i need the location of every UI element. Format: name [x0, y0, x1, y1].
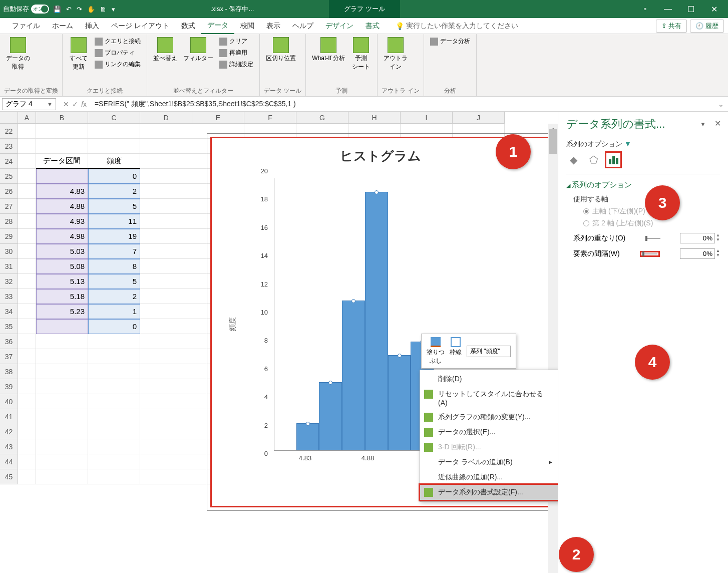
- context-menu[interactable]: 削除(D)リセットしてスタイルに合わせる(A)系列グラフの種類の変更(Y)...…: [420, 370, 558, 502]
- cell[interactable]: [36, 424, 88, 439]
- context-menu-item[interactable]: リセットしてスタイルに合わせる(A): [420, 387, 558, 410]
- cell[interactable]: [88, 364, 140, 379]
- row-header[interactable]: 25: [0, 169, 18, 184]
- cell[interactable]: 頻度: [88, 154, 140, 169]
- cell[interactable]: 4.98: [36, 229, 88, 244]
- row-header[interactable]: 28: [0, 214, 18, 229]
- context-menu-item[interactable]: 削除(D): [420, 372, 558, 387]
- row-header[interactable]: 42: [0, 424, 18, 439]
- cell[interactable]: 7: [88, 244, 140, 259]
- cell[interactable]: [36, 349, 88, 364]
- cell[interactable]: 0: [88, 169, 140, 184]
- y-axis-label[interactable]: 頻度: [228, 317, 237, 331]
- cell[interactable]: [36, 379, 88, 394]
- ribbon-button[interactable]: What-If 分析: [310, 36, 347, 64]
- column-header[interactable]: J: [453, 112, 505, 124]
- row-header[interactable]: 44: [0, 454, 18, 469]
- cell[interactable]: [140, 319, 192, 334]
- cell[interactable]: [18, 169, 36, 184]
- row-header[interactable]: 37: [0, 349, 18, 364]
- vertical-scrollbar[interactable]: ▴: [548, 124, 558, 573]
- cell[interactable]: [18, 364, 36, 379]
- row-header[interactable]: 39: [0, 379, 18, 394]
- cell[interactable]: [140, 379, 192, 394]
- gap-slider[interactable]: [642, 253, 657, 254]
- cancel-formula-icon[interactable]: ✕: [63, 100, 69, 108]
- cell[interactable]: [140, 139, 192, 154]
- series-selector[interactable]: 系列 "頻度": [467, 346, 511, 357]
- tab-書式[interactable]: 書式: [359, 18, 386, 34]
- chart-object[interactable]: ヒストグラム 頻度 02468101214161820 4.834.884.93…: [210, 137, 551, 507]
- row-header[interactable]: 32: [0, 274, 18, 289]
- cell[interactable]: 19: [88, 229, 140, 244]
- ribbon-button[interactable]: データの 取得: [4, 36, 32, 72]
- cell[interactable]: [18, 304, 36, 319]
- cell[interactable]: [140, 199, 192, 214]
- save-icon[interactable]: 💾: [53, 6, 61, 13]
- tab-データ[interactable]: データ: [201, 18, 234, 34]
- redo-icon[interactable]: ↷: [77, 6, 82, 13]
- row-header[interactable]: 45: [0, 469, 18, 484]
- formula-input[interactable]: =SERIES(" 頻度",Sheet1!$B$25:$B$35,Sheet1!…: [92, 100, 714, 109]
- fill-tab-icon[interactable]: ◆: [566, 153, 580, 167]
- tab-表示[interactable]: 表示: [260, 18, 286, 34]
- cell[interactable]: [18, 244, 36, 259]
- cell[interactable]: 5.08: [36, 259, 88, 274]
- column-header[interactable]: D: [140, 112, 192, 124]
- cell[interactable]: [140, 334, 192, 349]
- cell[interactable]: [140, 409, 192, 424]
- expand-formula-icon[interactable]: ⌄: [714, 100, 728, 108]
- row-header[interactable]: 24: [0, 154, 18, 169]
- cell[interactable]: [36, 454, 88, 469]
- cell[interactable]: [18, 454, 36, 469]
- ribbon-button[interactable]: 区切り位置: [264, 36, 298, 64]
- cell[interactable]: 0: [88, 319, 140, 334]
- row-header[interactable]: 26: [0, 184, 18, 199]
- tab-数式[interactable]: 数式: [175, 18, 201, 34]
- cell[interactable]: [140, 154, 192, 169]
- cell[interactable]: [140, 469, 192, 484]
- cell[interactable]: [140, 424, 192, 439]
- cell[interactable]: [88, 379, 140, 394]
- cell[interactable]: [140, 229, 192, 244]
- tab-ファイル[interactable]: ファイル: [6, 18, 46, 34]
- chart-bar[interactable]: [388, 355, 411, 450]
- qat-more-icon[interactable]: ▾: [112, 6, 115, 13]
- cell[interactable]: [18, 214, 36, 229]
- cell[interactable]: [18, 424, 36, 439]
- cell[interactable]: [18, 154, 36, 169]
- cell[interactable]: [36, 409, 88, 424]
- cell[interactable]: 4.88: [36, 199, 88, 214]
- cell[interactable]: [18, 439, 36, 454]
- select-all-corner[interactable]: [0, 112, 18, 124]
- cell[interactable]: [88, 334, 140, 349]
- ribbon-button[interactable]: アウトラ イン: [382, 36, 410, 72]
- row-header[interactable]: 31: [0, 259, 18, 274]
- toggle-switch[interactable]: オン: [31, 5, 49, 14]
- tab-ページ レイアウト[interactable]: ページ レイアウト: [105, 18, 175, 34]
- context-menu-item[interactable]: データ ラベルの追加(B)▸: [420, 455, 558, 470]
- cell[interactable]: [18, 229, 36, 244]
- fx-icon[interactable]: fx: [81, 100, 87, 108]
- column-header[interactable]: B: [36, 112, 88, 124]
- tab-校閲[interactable]: 校閲: [234, 18, 260, 34]
- ribbon-button[interactable]: プロパティ: [93, 48, 143, 58]
- context-menu-item[interactable]: 近似曲線の追加(R)...: [420, 470, 558, 485]
- context-menu-item[interactable]: データ系列の書式設定(F)...: [420, 485, 558, 500]
- cell[interactable]: [18, 394, 36, 409]
- cell[interactable]: [18, 319, 36, 334]
- tab-挿入[interactable]: 挿入: [79, 18, 105, 34]
- cell[interactable]: [140, 214, 192, 229]
- minimize-icon[interactable]: —: [657, 2, 679, 17]
- row-header[interactable]: 38: [0, 364, 18, 379]
- cell[interactable]: 11: [88, 214, 140, 229]
- enter-formula-icon[interactable]: ✓: [72, 100, 78, 108]
- row-header[interactable]: 23: [0, 139, 18, 154]
- cell[interactable]: [36, 334, 88, 349]
- cell[interactable]: 5: [88, 199, 140, 214]
- row-header[interactable]: 41: [0, 409, 18, 424]
- ribbon-button[interactable]: クエリと接続: [93, 36, 143, 47]
- undo-icon[interactable]: ↶: [66, 6, 72, 13]
- cell[interactable]: [18, 124, 36, 139]
- cell[interactable]: 5: [88, 274, 140, 289]
